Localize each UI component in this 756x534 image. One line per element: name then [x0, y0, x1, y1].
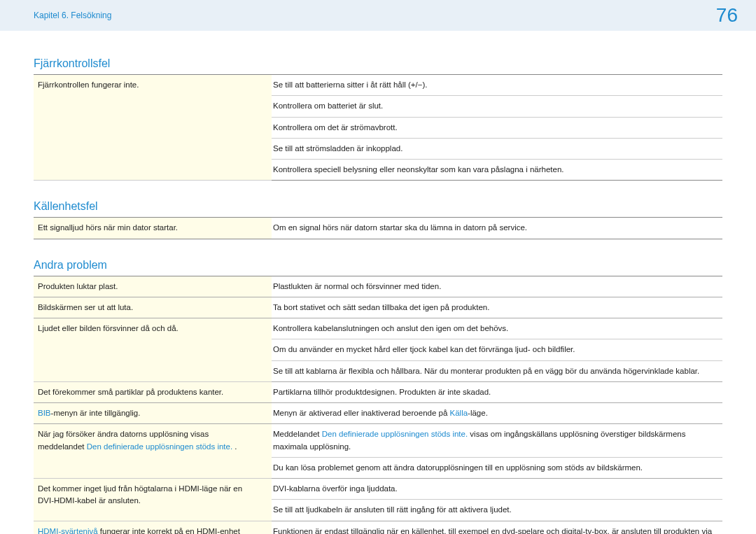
solution-cell: Kontrollera speciell belysning eller neo… — [272, 160, 722, 181]
solution-cell: Se till att kablarna är flexibla och hål… — [272, 360, 722, 381]
problem-cell: Det förekommer små partiklar på produkte… — [34, 381, 272, 402]
table-row: Fjärrkontrollen fungerar inte.Se till at… — [34, 75, 722, 96]
solution-cell: Partiklarna tillhör produktdesignen. Pro… — [272, 381, 722, 402]
solution-cell: Meddelandet Den definierade upplösningen… — [272, 424, 722, 458]
highlight-term: BIB — [38, 409, 51, 417]
page-header: Kapitel 6. Felsökning 76 — [0, 0, 756, 31]
page-number: 76 — [716, 4, 738, 27]
solution-cell: Kontrollera om batteriet är slut. — [272, 96, 722, 117]
section-title: Andra problem — [34, 259, 722, 272]
problem-cell: Produkten luktar plast. — [34, 276, 272, 297]
highlight-term: Den definierade upplösningen stöds inte. — [87, 442, 232, 451]
page-content: FjärrkontrollsfelFjärrkontrollen fungera… — [0, 31, 756, 534]
solution-cell: Du kan lösa problemet genom att ändra da… — [272, 457, 722, 478]
solution-cell: Kontrollera kabelanslutningen och anslut… — [272, 318, 722, 339]
problem-cell: BIB-menyn är inte tillgänglig. — [34, 403, 272, 424]
solution-cell: Plastlukten är normal och försvinner med… — [272, 276, 722, 297]
table-row: Ljudet eller bilden försvinner då och då… — [34, 318, 722, 339]
solution-cell: Funktionen är endast tillgänglig när en … — [272, 521, 722, 534]
table-row: Det förekommer små partiklar på produkte… — [34, 381, 722, 402]
solution-cell: Ta bort stativet och sätt sedan tillbaka… — [272, 297, 722, 318]
solution-cell: Se till att ljudkabeln är ansluten till … — [272, 500, 722, 521]
problem-cell: Ett signalljud hörs när min dator starta… — [34, 218, 272, 239]
problem-cell: Fjärrkontrollen fungerar inte. — [34, 75, 272, 181]
table-row: Det kommer inget ljud från högtalarna i … — [34, 479, 722, 500]
highlight-term: Källa — [450, 409, 468, 417]
troubleshoot-table: Fjärrkontrollen fungerar inte.Se till at… — [34, 74, 722, 181]
highlight-term: Den definierade upplösningen stöds inte. — [322, 430, 468, 438]
problem-cell: När jag försöker ändra datorns upplösnin… — [34, 424, 272, 479]
problem-cell: HDMI-svärtenivå fungerar inte korrekt på… — [34, 521, 272, 534]
solution-cell: Om en signal hörs när datorn startar ska… — [272, 218, 722, 239]
solution-cell: Om du använder en mycket hård eller tjoc… — [272, 339, 722, 360]
troubleshoot-table: Ett signalljud hörs när min dator starta… — [34, 217, 722, 239]
solution-cell: Menyn är aktiverad eller inaktiverad ber… — [272, 403, 722, 424]
solution-cell: Kontrollera om det är strömavbrott. — [272, 117, 722, 138]
troubleshoot-table: Produkten luktar plast.Plastlukten är no… — [34, 276, 722, 535]
table-row: Produkten luktar plast.Plastlukten är no… — [34, 276, 722, 297]
highlight-term: HDMI-svärtenivå — [38, 527, 98, 535]
table-row: Ett signalljud hörs när min dator starta… — [34, 218, 722, 239]
table-row: BIB-menyn är inte tillgänglig.Menyn är a… — [34, 403, 722, 424]
table-row: När jag försöker ändra datorns upplösnin… — [34, 424, 722, 458]
solution-cell: Se till att batterierna sitter i åt rätt… — [272, 75, 722, 96]
table-row: HDMI-svärtenivå fungerar inte korrekt på… — [34, 521, 722, 534]
solution-cell: Se till att strömsladden är inkopplad. — [272, 138, 722, 159]
problem-cell: Bildskärmen ser ut att luta. — [34, 297, 272, 318]
problem-cell: Ljudet eller bilden försvinner då och då… — [34, 318, 272, 382]
problem-cell: Det kommer inget ljud från högtalarna i … — [34, 479, 272, 521]
table-row: Bildskärmen ser ut att luta.Ta bort stat… — [34, 297, 722, 318]
section-title: Källenhetsfel — [34, 200, 722, 213]
chapter-title: Kapitel 6. Felsökning — [34, 10, 111, 20]
solution-cell: DVI-kablarna överför inga ljuddata. — [272, 479, 722, 500]
section-title: Fjärrkontrollsfel — [34, 57, 722, 70]
